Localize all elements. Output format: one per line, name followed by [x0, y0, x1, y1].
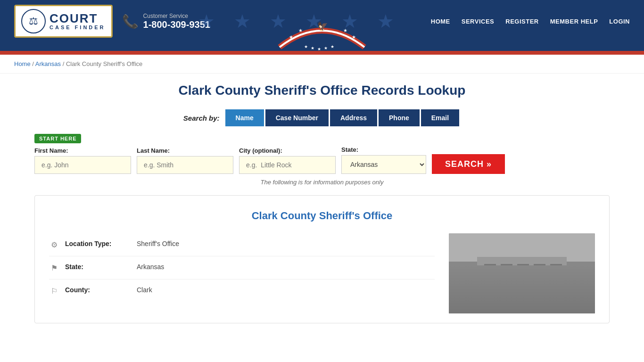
phone-label: Customer Service [143, 13, 210, 19]
svg-text:★: ★ [352, 34, 356, 40]
info-card: Clark County Sheriff's Office ⚙ Location… [34, 195, 610, 323]
city-group: City (optional): [239, 147, 336, 174]
svg-text:★: ★ [304, 44, 308, 49]
svg-text:🦅: 🦅 [317, 21, 328, 32]
county-icon: ⚐ [49, 287, 59, 296]
phone-info: Customer Service 1-800-309-9351 [143, 13, 210, 30]
star-6: ★ [377, 10, 394, 32]
state-val: Arkansas [137, 263, 164, 271]
breadcrumb-home[interactable]: Home [14, 60, 31, 67]
search-form-container: START HERE First Name: Last Name: City (… [34, 134, 610, 174]
svg-text:★: ★ [324, 46, 328, 50]
svg-text:★: ★ [298, 28, 303, 33]
info-details: ⚙ Location Type: Sheriff's Office ⚑ Stat… [49, 233, 435, 313]
svg-rect-16 [534, 264, 545, 272]
last-name-input[interactable] [137, 156, 233, 174]
svg-rect-27 [550, 292, 562, 301]
info-note: The following is for information purpose… [34, 179, 610, 186]
phone-icon: 📞 [122, 14, 139, 29]
last-name-label: Last Name: [137, 147, 233, 154]
svg-rect-24 [501, 292, 512, 301]
first-name-group: First Name: [34, 147, 131, 174]
tab-phone[interactable]: Phone [379, 109, 420, 126]
svg-rect-25 [517, 292, 529, 301]
search-tabs-row: Search by: Name Case Number Address Phon… [34, 109, 610, 126]
location-type-icon: ⚙ [49, 240, 59, 249]
nav-services[interactable]: SERVICES [462, 18, 495, 25]
first-name-label: First Name: [34, 147, 131, 154]
info-card-body: ⚙ Location Type: Sheriff's Office ⚑ Stat… [49, 233, 595, 313]
location-type-val: Sheriff's Office [137, 240, 179, 247]
tab-case-number[interactable]: Case Number [265, 109, 329, 126]
state-select[interactable]: Arkansas Alabama Alaska Arizona Californ… [341, 155, 426, 174]
tab-email[interactable]: Email [421, 109, 459, 126]
svg-text:★: ★ [289, 34, 293, 40]
svg-rect-13 [484, 264, 496, 272]
site-logo[interactable]: ⚖ COURT CASE FINDER [14, 5, 113, 38]
svg-rect-18 [484, 278, 496, 287]
state-label: State: [341, 146, 426, 153]
logo-emblem: ⚖ [21, 9, 46, 33]
main-nav: HOME SERVICES REGISTER MEMBER HELP LOGIN [431, 18, 630, 25]
svg-rect-19 [501, 278, 512, 287]
star-2: ★ [234, 10, 251, 32]
city-input[interactable] [239, 156, 336, 174]
state-icon: ⚑ [49, 263, 59, 272]
phone-number: 1-800-309-9351 [143, 19, 210, 30]
svg-rect-30 [543, 303, 581, 313]
state-key: State: [65, 263, 131, 271]
nav-home[interactable]: HOME [431, 18, 450, 25]
phone-box: 📞 Customer Service 1-800-309-9351 [122, 13, 210, 30]
svg-rect-20 [517, 278, 529, 287]
header-bottom: ★ ★ ★ ★ 🦅 ★ ★ ★ ★ ★ [0, 42, 644, 51]
svg-rect-10 [449, 233, 595, 313]
county-key: County: [65, 286, 131, 294]
logo-text: COURT CASE FINDER [50, 12, 106, 30]
svg-rect-11 [449, 262, 595, 313]
breadcrumb: Home / Arkansas / Clark County Sheriff's… [0, 55, 644, 74]
breadcrumb-current: Clark County Sheriff's Office [66, 60, 142, 67]
logo-case-finder-label: CASE FINDER [50, 25, 106, 30]
svg-rect-22 [550, 278, 562, 287]
breadcrumb-sep-2: / [63, 60, 66, 67]
info-row-state: ⚑ State: Arkansas [49, 256, 435, 280]
info-row-county: ⚐ County: Clark [49, 280, 435, 302]
state-group: State: Arkansas Alabama Alaska Arizona C… [341, 146, 426, 174]
search-form: First Name: Last Name: City (optional): … [34, 146, 610, 174]
svg-text:★: ★ [317, 47, 321, 51]
last-name-group: Last Name: [137, 147, 233, 174]
tab-address[interactable]: Address [330, 109, 377, 126]
nav-member-help[interactable]: MEMBER HELP [550, 18, 598, 25]
info-card-title: Clark County Sheriff's Office [49, 210, 595, 222]
county-val: Clark [137, 286, 152, 294]
nav-login[interactable]: LOGIN [609, 18, 630, 25]
svg-rect-21 [534, 278, 545, 287]
svg-rect-28 [449, 302, 595, 313]
tab-name[interactable]: Name [225, 109, 264, 126]
svg-rect-23 [484, 292, 496, 301]
svg-rect-17 [550, 264, 562, 272]
page-title: Clark County Sheriff's Office Records Lo… [34, 83, 610, 98]
header-left: ⚖ COURT CASE FINDER 📞 Customer Service 1… [14, 5, 210, 38]
building-image [449, 233, 595, 313]
start-here-badge: START HERE [34, 134, 81, 143]
first-name-input[interactable] [34, 156, 131, 174]
nav-register[interactable]: REGISTER [505, 18, 538, 25]
svg-text:★: ★ [330, 44, 334, 49]
svg-rect-29 [458, 303, 487, 313]
svg-rect-14 [501, 264, 512, 272]
svg-rect-15 [517, 264, 529, 272]
location-type-key: Location Type: [65, 240, 131, 247]
info-row-location-type: ⚙ Location Type: Sheriff's Office [49, 233, 435, 256]
building-placeholder [449, 233, 595, 313]
search-by-label: Search by: [183, 114, 220, 122]
search-button[interactable]: SEARCH » [432, 154, 505, 174]
svg-text:★: ★ [311, 46, 314, 50]
eagle-arch-svg: ★ ★ ★ ★ 🦅 ★ ★ ★ ★ ★ [275, 19, 369, 52]
logo-court-label: COURT [50, 12, 106, 25]
svg-text:★: ★ [343, 28, 347, 33]
breadcrumb-state[interactable]: Arkansas [35, 60, 61, 67]
svg-rect-26 [534, 292, 545, 301]
main-content: Clark County Sheriff's Office Records Lo… [20, 74, 624, 333]
city-label: City (optional): [239, 147, 336, 154]
